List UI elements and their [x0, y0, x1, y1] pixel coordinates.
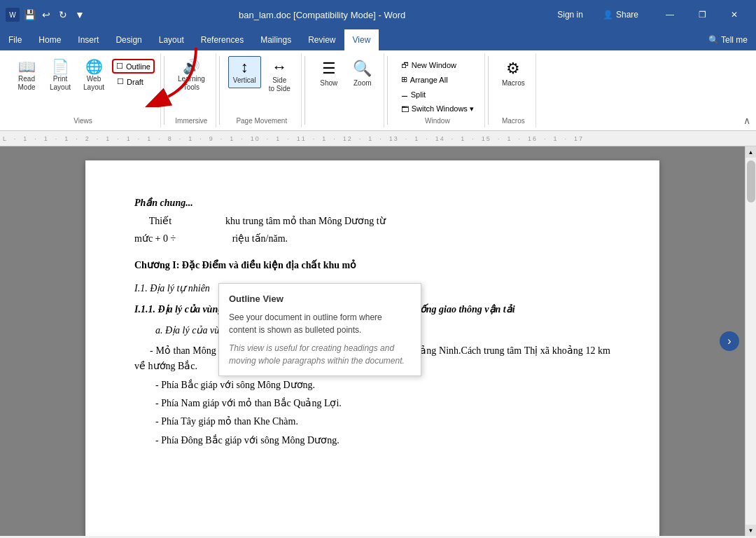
new-window-btn[interactable]: 🗗 New Window — [396, 59, 479, 71]
show-label: Show — [320, 79, 337, 88]
side-to-side-icon: ↔ — [272, 60, 287, 75]
scroll-up-arrow[interactable]: ▲ — [746, 146, 757, 158]
ribbon: 📖 ReadMode 📄 PrintLayout 🌐 WebLayout ☐ O… — [0, 50, 756, 131]
menu-review[interactable]: Review — [300, 29, 344, 50]
sign-in-btn[interactable]: Sign in — [557, 10, 583, 20]
doc-phia-nam: - Phía Nam giáp với mỏ than Bắc Quảng Lợ… — [134, 396, 610, 411]
ribbon-group-views: 📖 ReadMode 📄 PrintLayout 🌐 WebLayout ☐ O… — [6, 53, 161, 127]
share-icon: 👤 — [603, 10, 613, 20]
vertical-btn[interactable]: ↕ Vertical — [228, 56, 261, 88]
minimize-btn[interactable]: — — [654, 0, 686, 29]
title-bar: W 💾 ↩ ↻ ▼ ban_lam.doc [Compatibility Mod… — [0, 0, 756, 29]
sep1 — [164, 56, 164, 125]
ruler-marks: L · 1 · 1 · 1 · 2 · 1 · 1 · 1 · 8 · 1 · … — [3, 135, 584, 142]
tell-me-input[interactable]: 🔍 Tell me — [700, 29, 756, 50]
scroll-down-arrow[interactable]: ▼ — [746, 525, 757, 536]
menu-insert[interactable]: Insert — [69, 29, 107, 50]
doc-phia-tay: - Phía Tây giáp mỏ than Khe Chàm. — [134, 414, 610, 429]
menu-home[interactable]: Home — [30, 29, 69, 50]
zoom-btn[interactable]: 🔍 Zoom — [347, 56, 378, 91]
macros-label: Macros — [502, 79, 525, 88]
macros-icon: ⚙ — [506, 60, 520, 78]
page-movement-group-label: Page Movement — [236, 117, 287, 125]
doc-page: Outline View See your document in outlin… — [85, 160, 659, 536]
outline-checkbox-icon: ☐ — [116, 62, 123, 71]
menu-file[interactable]: File — [0, 29, 30, 50]
ribbon-collapse-btn[interactable]: ∧ — [743, 115, 750, 126]
zoom-label: Zoom — [354, 79, 372, 88]
side-to-side-label: Sideto Side — [269, 76, 290, 93]
menu-mailings[interactable]: Mailings — [252, 29, 300, 50]
outline-btn[interactable]: ☐ Outline — [112, 59, 155, 74]
sep2 — [219, 56, 220, 125]
arrange-all-label: Arrange All — [410, 76, 448, 84]
arrange-all-icon: ⊞ — [401, 75, 407, 84]
split-btn[interactable]: ⚊ Split — [396, 88, 479, 101]
restore-btn[interactable]: ❐ — [686, 0, 718, 29]
show-icon: ☰ — [322, 60, 336, 78]
ribbon-group-page-movement: ↕ Vertical ↔ Sideto Side Page Movement — [223, 53, 302, 127]
doc-chuong1-heading: Chương I: Đặc Điểm và điều kiện địa chất… — [134, 258, 610, 273]
doc-scroll[interactable]: Outline View See your document in outlin… — [0, 146, 745, 536]
doc-phia-bac: - Phía Bắc giáp với sông Mông Dương. — [134, 378, 610, 393]
web-layout-btn[interactable]: 🌐 WebLayout — [78, 56, 109, 95]
scroll-thumb[interactable] — [747, 160, 755, 202]
learning-tools-btn[interactable]: 🔊 LearningTools — [173, 56, 210, 95]
doc-thiet: Thiết khu trung tâm mỏ than Mông Dương t… — [134, 214, 610, 229]
ribbon-group-immersive: 🔊 LearningTools Immersive — [167, 53, 216, 127]
ruler: L · 1 · 1 · 1 · 2 · 1 · 1 · 1 · 8 · 1 · … — [0, 131, 756, 146]
menu-references[interactable]: References — [192, 29, 252, 50]
tooltip-text2: This view is useful for creating heading… — [229, 342, 411, 367]
outline-label: Outline — [126, 62, 150, 71]
window-title: ban_lam.doc [Compatibility Mode] - Word — [91, 10, 553, 20]
arrange-all-btn[interactable]: ⊞ Arrange All — [396, 73, 479, 86]
redo-btn[interactable]: ↻ — [56, 8, 70, 22]
vertical-icon: ↕ — [241, 60, 248, 75]
menu-view[interactable]: View — [344, 29, 379, 50]
window-controls: — ❐ ✕ — [654, 0, 750, 29]
print-layout-btn[interactable]: 📄 PrintLayout — [45, 56, 76, 95]
print-layout-label: PrintLayout — [50, 75, 71, 92]
scroll-right-btn[interactable]: › — [720, 331, 739, 351]
ribbon-group-show-zoom: ☰ Show 🔍 Zoom — [308, 53, 384, 127]
menu-layout[interactable]: Layout — [150, 29, 192, 50]
side-to-side-btn[interactable]: ↔ Sideto Side — [264, 56, 295, 97]
learning-tools-icon: 🔊 — [183, 60, 200, 74]
zoom-icon: 🔍 — [353, 60, 372, 78]
switch-windows-btn[interactable]: 🗔 Switch Windows ▾ — [396, 102, 479, 116]
sep4 — [387, 56, 388, 125]
sep5 — [488, 56, 489, 125]
menu-design[interactable]: Design — [107, 29, 150, 50]
learning-tools-label: LearningTools — [178, 75, 205, 92]
ribbon-group-window: 🗗 New Window ⊞ Arrange All ⚊ Split 🗔 Swi… — [391, 53, 485, 127]
doc-area: Outline View See your document in outlin… — [0, 146, 756, 536]
sep3 — [304, 56, 305, 125]
quick-access-more[interactable]: ▼ — [73, 8, 87, 22]
immersive-group-label: Immersive — [175, 117, 207, 125]
split-icon: ⚊ — [401, 90, 408, 99]
ribbon-group-macros: ⚙ Macros Macros — [491, 53, 536, 127]
draft-label: Draft — [127, 78, 144, 86]
vertical-scrollbar[interactable]: ▲ ▼ — [745, 146, 756, 536]
switch-windows-icon: 🗔 — [401, 105, 409, 113]
show-btn[interactable]: ☰ Show — [314, 56, 344, 91]
draft-btn[interactable]: ☐ Draft — [112, 75, 155, 88]
window-group-label: Window — [425, 117, 450, 125]
read-mode-icon: 📖 — [18, 60, 36, 74]
views-group-label: Views — [74, 117, 92, 125]
web-layout-label: WebLayout — [83, 75, 104, 92]
close-btn[interactable]: ✕ — [718, 0, 750, 29]
vertical-label: Vertical — [233, 76, 256, 85]
new-window-label: New Window — [412, 61, 456, 69]
print-layout-icon: 📄 — [52, 60, 69, 74]
read-mode-btn[interactable]: 📖 ReadMode — [11, 56, 42, 95]
share-button[interactable]: 👤 Share — [594, 7, 647, 22]
macros-btn[interactable]: ⚙ Macros — [497, 56, 530, 91]
undo-btn[interactable]: ↩ — [39, 8, 53, 22]
tooltip-text1: See your document in outline form where … — [229, 311, 411, 336]
outline-view-tooltip: Outline View See your document in outlin… — [218, 283, 421, 376]
read-mode-label: ReadMode — [18, 75, 35, 92]
save-quick-btn[interactable]: 💾 — [22, 8, 36, 22]
share-label: Share — [616, 10, 638, 20]
draft-checkbox-icon: ☐ — [117, 77, 124, 86]
